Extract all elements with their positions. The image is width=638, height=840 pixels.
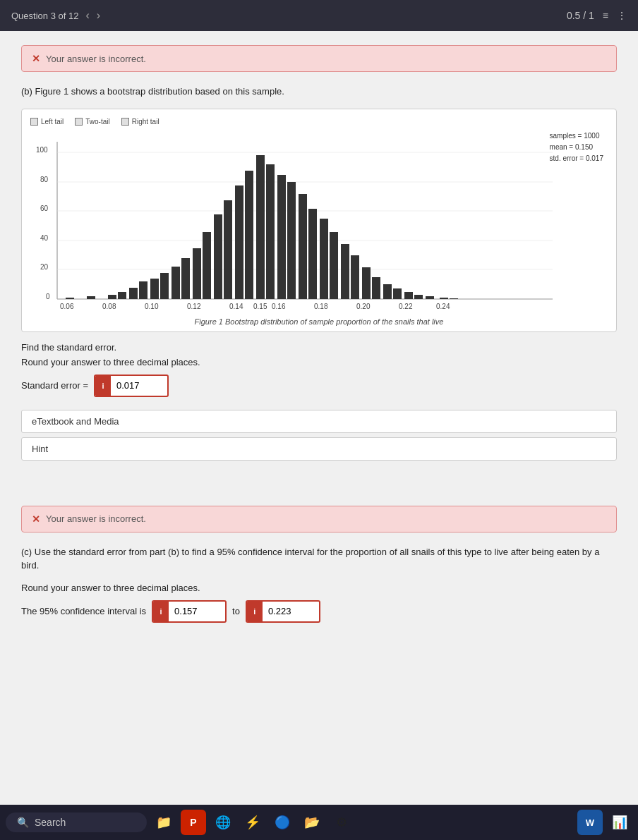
taskbar-browser-icon[interactable]: 🌐 <box>210 810 236 835</box>
svg-text:60: 60 <box>40 205 49 212</box>
answer-label-b: Standard error = <box>21 380 88 391</box>
svg-text:0.15: 0.15 <box>253 303 267 310</box>
legend-checkbox-right <box>121 118 129 126</box>
nav-next[interactable]: › <box>97 9 100 22</box>
taskbar-search[interactable]: 🔍 Search <box>6 812 147 832</box>
chart-caption: Figure 1 Bootstrap distribution of sampl… <box>30 317 608 326</box>
svg-text:0.24: 0.24 <box>436 303 450 310</box>
error-text-1: Your answer is incorrect. <box>46 54 146 64</box>
svg-text:100: 100 <box>36 146 48 154</box>
svg-rect-20 <box>150 279 159 299</box>
svg-text:40: 40 <box>40 234 49 242</box>
svg-text:0.18: 0.18 <box>314 303 328 310</box>
conf-from-group[interactable]: i <box>152 600 227 623</box>
svg-rect-41 <box>372 277 380 299</box>
svg-rect-33 <box>287 182 296 299</box>
legend-two-label: Two-tail <box>85 118 109 126</box>
taskbar-lightning-icon[interactable]: ⚡ <box>240 810 265 835</box>
conf-to-group[interactable]: i <box>246 600 320 623</box>
svg-rect-19 <box>139 281 148 299</box>
svg-rect-48 <box>450 298 458 299</box>
answer-input-group-b[interactable]: i <box>94 375 169 397</box>
legend-right-tail: Right tail <box>121 118 160 126</box>
svg-rect-15 <box>87 296 95 299</box>
part-b-question: (b) Figure 1 shows a bootstrap distribut… <box>21 85 617 99</box>
error-icon-1: ✕ <box>32 53 40 64</box>
round-text-b: Round your answer to three decimal place… <box>21 357 617 367</box>
svg-rect-46 <box>426 296 434 299</box>
svg-rect-34 <box>299 194 307 299</box>
taskbar-files-icon[interactable]: 📁 <box>151 810 176 835</box>
svg-rect-23 <box>181 258 190 299</box>
main-content: ✕ Your answer is incorrect. (b) Figure 1… <box>0 31 638 807</box>
score-display: 0.5 / 1 <box>567 10 594 21</box>
conf-from-icon: i <box>153 602 169 621</box>
chart-container: Left tail Two-tail Right tail samples = … <box>21 109 617 332</box>
nav-prev[interactable]: ‹ <box>85 9 89 22</box>
svg-rect-14 <box>66 298 74 299</box>
svg-rect-26 <box>214 214 222 299</box>
svg-rect-38 <box>341 244 349 299</box>
legend-checkbox-two <box>75 118 83 126</box>
chart-area: 0 20 40 60 80 100 <box>30 131 608 315</box>
svg-rect-39 <box>351 255 359 299</box>
conf-to-input[interactable] <box>263 603 319 619</box>
legend-checkbox-left <box>30 118 38 126</box>
svg-rect-22 <box>171 267 180 299</box>
svg-text:0.08: 0.08 <box>102 303 116 310</box>
answer-row-b: Standard error = i <box>21 375 617 397</box>
svg-rect-44 <box>404 292 413 299</box>
svg-text:0.06: 0.06 <box>60 303 74 310</box>
svg-rect-30 <box>256 155 265 299</box>
taskbar-word-icon[interactable]: W <box>577 810 603 835</box>
top-bar: Question 3 of 12 ‹ › 0.5 / 1 ≡ ⋮ <box>0 0 638 31</box>
svg-text:0.10: 0.10 <box>145 303 159 310</box>
svg-text:0.20: 0.20 <box>356 303 371 310</box>
error-banner-1: ✕ Your answer is incorrect. <box>21 45 617 72</box>
svg-text:0.16: 0.16 <box>272 303 286 310</box>
legend-two-tail: Two-tail <box>75 118 109 126</box>
taskbar-settings-icon[interactable]: ⚙ <box>329 810 354 835</box>
histogram-svg: 0 20 40 60 80 100 <box>30 131 581 311</box>
svg-rect-45 <box>414 295 423 299</box>
taskbar-folder-icon[interactable]: 📂 <box>299 810 325 835</box>
taskbar-p-icon[interactable]: P <box>181 810 206 835</box>
conf-to-icon: i <box>247 602 263 621</box>
svg-rect-25 <box>203 232 211 299</box>
svg-rect-29 <box>245 171 253 299</box>
svg-rect-24 <box>193 248 201 299</box>
svg-text:0.22: 0.22 <box>399 303 413 310</box>
etextbook-button[interactable]: eTextbook and Media <box>21 410 617 433</box>
search-icon: 🔍 <box>17 817 29 828</box>
list-icon[interactable]: ≡ <box>603 10 608 21</box>
svg-rect-43 <box>393 288 402 299</box>
svg-rect-40 <box>362 267 371 299</box>
part-c-question: (c) Use the standard error from part (b)… <box>21 545 617 573</box>
svg-text:0.14: 0.14 <box>229 303 243 310</box>
conf-from-input[interactable] <box>169 603 225 619</box>
top-bar-left: Question 3 of 12 ‹ › <box>11 9 100 22</box>
svg-rect-27 <box>224 200 232 299</box>
conf-to-label: to <box>232 606 240 616</box>
answer-input-icon-b: i <box>95 376 111 396</box>
hint-button[interactable]: Hint <box>21 437 617 461</box>
question-label: Question 3 of 12 <box>11 11 78 21</box>
dots-icon[interactable]: ⋮ <box>617 10 627 21</box>
taskbar: 🔍 Search 📁 P 🌐 ⚡ 🔵 📂 ⚙ W 📊 <box>0 805 638 840</box>
taskbar-grid-icon[interactable]: 📊 <box>607 810 632 835</box>
svg-text:80: 80 <box>40 176 49 183</box>
chart-legend: Left tail Two-tail Right tail <box>30 118 608 126</box>
conf-label: The 95% confidence interval is <box>21 606 146 616</box>
legend-left-label: Left tail <box>41 118 64 126</box>
taskbar-circle-icon[interactable]: 🔵 <box>270 810 295 835</box>
svg-text:0.12: 0.12 <box>187 303 201 310</box>
error-text-2: Your answer is incorrect. <box>46 513 146 524</box>
round-text-c: Round your answer to three decimal place… <box>21 583 617 593</box>
svg-rect-21 <box>160 273 169 299</box>
standard-error-input[interactable] <box>111 377 167 394</box>
error-banner-2: ✕ Your answer is incorrect. <box>21 506 617 532</box>
svg-rect-36 <box>320 219 328 299</box>
confidence-row: The 95% confidence interval is i to i <box>21 600 617 623</box>
svg-rect-37 <box>330 232 338 299</box>
svg-rect-17 <box>118 292 126 299</box>
